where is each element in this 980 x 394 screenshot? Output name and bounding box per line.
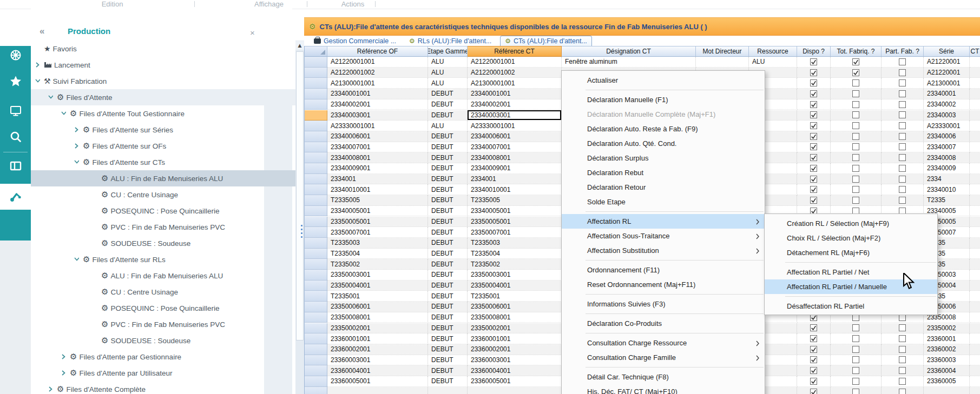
cell-ct-extra[interactable] (970, 387, 980, 394)
row-header-cell[interactable] (305, 259, 327, 270)
row-header-cell[interactable] (305, 270, 327, 281)
cell-part-checkbox[interactable] (882, 99, 924, 110)
row-header-cell[interactable] (305, 238, 327, 249)
grid-scrollbar-thumb[interactable] (296, 51, 304, 340)
tot-checkbox[interactable] (852, 165, 859, 172)
cell-etape[interactable]: DEBUT (428, 333, 468, 344)
tot-checkbox[interactable] (852, 389, 859, 394)
chevron-down-icon[interactable] (34, 78, 41, 84)
cell-etape[interactable]: DEBUT (428, 131, 468, 142)
cell-of[interactable] (327, 387, 428, 394)
cell-serie[interactable]: 23340003 (924, 110, 970, 121)
cell-etape[interactable]: DEBUT (428, 281, 468, 291)
tree-item[interactable]: ★Favoris (31, 41, 295, 57)
cell-etape[interactable]: DEBUT (428, 249, 468, 259)
context-menu-item[interactable]: Déclaration Manuelle (F1) (562, 92, 765, 107)
cell-ct[interactable]: A21220001002 (468, 68, 562, 78)
cell-ct[interactable]: 23340003001 (468, 110, 562, 121)
cell-ct-extra[interactable] (970, 184, 980, 195)
cell-ct[interactable]: 23360005001 (468, 376, 562, 387)
part-checkbox[interactable] (899, 356, 906, 363)
rail-item-wheel-icon[interactable] (0, 42, 31, 68)
context-menu-item[interactable]: Déclaration Co-Produits (562, 316, 765, 331)
cell-ct-extra[interactable] (970, 376, 980, 387)
cell-of[interactable]: T2335003 (327, 238, 428, 249)
tot-checkbox[interactable] (852, 69, 859, 76)
cell-etape[interactable]: ALU (428, 68, 468, 78)
submenu-item[interactable]: Désaffectation RL Partiel (765, 299, 937, 313)
cell-ct-extra[interactable] (970, 238, 980, 249)
cell-serie[interactable]: A23330001 (924, 121, 970, 131)
row-header-cell[interactable] (305, 152, 327, 163)
cell-ct[interactable]: 23340008001 (468, 152, 562, 163)
cell-ct[interactable]: A21220001001 (468, 57, 562, 68)
cell-tot-checkbox[interactable] (831, 110, 882, 121)
cell-ct-extra[interactable] (970, 270, 980, 281)
cell-ct-extra[interactable] (970, 217, 980, 228)
cell-dispo-checkbox[interactable] (797, 78, 831, 89)
cell-serie[interactable]: 23360004 (924, 365, 970, 376)
cell-ct[interactable]: 23340009001 (468, 163, 562, 174)
dispo-checkbox[interactable] (810, 324, 817, 331)
context-menu-item[interactable]: Déclaration Surplus (562, 151, 765, 165)
cell-ct-extra[interactable] (970, 78, 980, 89)
cell-part-checkbox[interactable] (882, 110, 924, 121)
cell-of[interactable]: 23360005001 (327, 376, 428, 387)
cell-ct-extra[interactable] (970, 174, 980, 185)
cell-ct[interactable]: 2334001 (468, 174, 562, 185)
menubar-item-edition[interactable]: Edition (84, 0, 141, 8)
cell-etape[interactable]: DEBUT (428, 110, 468, 121)
cell-of[interactable]: 23350004001 (327, 281, 428, 291)
cell-dispo-checkbox[interactable] (797, 142, 831, 153)
row-header-cell[interactable] (305, 121, 327, 131)
dispo-checkbox[interactable] (810, 367, 817, 374)
cell-tot-checkbox[interactable] (831, 323, 882, 334)
cell-ct-extra[interactable] (970, 152, 980, 163)
cell-dispo-checkbox[interactable] (797, 355, 831, 366)
row-header-cell[interactable] (305, 89, 327, 99)
cell-ct[interactable]: T2335002 (468, 259, 562, 270)
tot-checkbox[interactable] (852, 324, 859, 331)
cell-serie[interactable]: T2335 (924, 195, 970, 206)
cell-of[interactable]: 23340009001 (327, 163, 428, 174)
cell-part-checkbox[interactable] (882, 184, 924, 195)
row-header-cell[interactable] (305, 376, 327, 387)
cell-etape[interactable]: DEBUT (428, 99, 468, 110)
column-header-Référence OF[interactable]: Référence OF (327, 46, 428, 57)
select-all-header[interactable] (305, 46, 327, 57)
cell-serie[interactable]: A21300001 (924, 78, 970, 89)
cell-mot[interactable] (696, 57, 749, 68)
column-header-Dispo ?[interactable]: Dispo ? (797, 46, 831, 57)
part-checkbox[interactable] (899, 58, 906, 65)
cell-ct-extra[interactable] (970, 142, 980, 153)
cell-etape[interactable]: DEBUT (428, 344, 468, 355)
cell-serie[interactable]: 23340010 (924, 184, 970, 195)
cell-etape[interactable]: DEBUT (428, 227, 468, 238)
cell-ct-extra[interactable] (970, 121, 980, 131)
cell-ct[interactable]: 23340002001 (468, 99, 562, 110)
context-menu-item[interactable]: Déclaration Auto. Qté. Cond. (562, 136, 765, 151)
row-header-cell[interactable] (305, 110, 327, 121)
row-header-cell[interactable] (305, 291, 327, 302)
menubar-item-actions[interactable]: Actions (329, 0, 377, 8)
context-menu-item[interactable]: Déclaration Auto. Reste à Fab. (F9) (562, 122, 765, 136)
cell-etape[interactable]: DEBUT (428, 206, 468, 217)
cell-of[interactable]: 23340007001 (327, 142, 428, 153)
context-menu-item[interactable]: Informations Suivies (F3) (562, 297, 765, 311)
part-checkbox[interactable] (899, 324, 906, 331)
tot-checkbox[interactable] (852, 122, 859, 129)
cell-ct[interactable]: 23340010001 (468, 184, 562, 195)
cell-ct[interactable]: 23340001001 (468, 89, 562, 99)
dispo-checkbox[interactable] (810, 378, 817, 385)
cell-ct[interactable]: A21300001001 (468, 78, 562, 89)
dispo-checkbox[interactable] (810, 356, 817, 363)
dispo-checkbox[interactable] (810, 186, 817, 193)
cell-ct[interactable]: 23340005001 (468, 206, 562, 217)
cell-dispo-checkbox[interactable] (797, 376, 831, 387)
cell-serie[interactable]: 23350002 (924, 323, 970, 334)
cell-ct-extra[interactable] (970, 281, 980, 291)
cell-designation[interactable]: Fenêtre aluminum (562, 57, 696, 68)
cell-tot-checkbox[interactable] (831, 121, 882, 131)
cell-serie[interactable]: 23340007 (924, 142, 970, 153)
cell-tot-checkbox[interactable] (831, 89, 882, 99)
